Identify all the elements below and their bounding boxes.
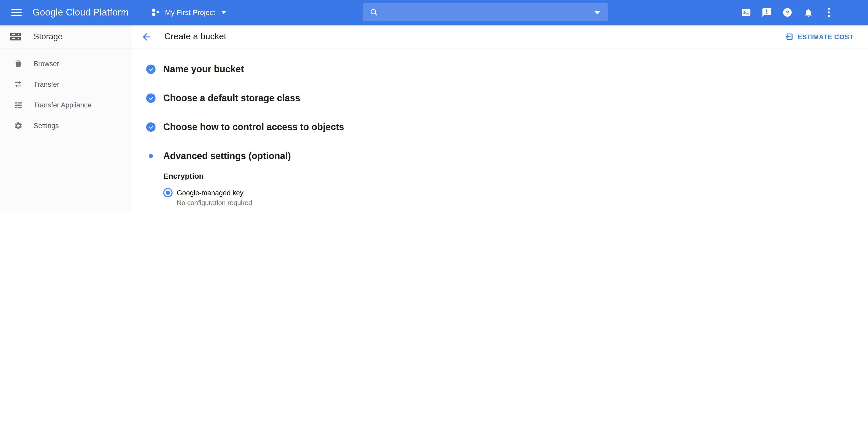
radio-google-managed-key[interactable]: Google-managed key xyxy=(163,188,868,197)
step-access-control[interactable]: Choose how to control access to objects xyxy=(146,121,868,133)
sidebar-item-label: Settings xyxy=(34,122,59,129)
step-label: Choose a default storage class xyxy=(163,93,300,103)
storage-icon xyxy=(9,30,22,43)
notifications-bell-icon[interactable] xyxy=(803,7,813,18)
step-label: Advanced settings (optional) xyxy=(163,151,291,161)
page-title: Create a bucket xyxy=(164,32,226,42)
project-name: My First Project xyxy=(165,8,215,17)
project-switcher[interactable]: My First Project xyxy=(151,7,226,18)
search-bar[interactable] xyxy=(363,3,608,21)
chevron-down-icon xyxy=(221,11,226,14)
sidebar-item-browser[interactable]: Browser xyxy=(0,53,132,74)
sidebar-item-transfer-appliance[interactable]: Transfer Appliance xyxy=(0,95,132,115)
create-bucket-form: Name your bucket Choose a default storag… xyxy=(132,49,868,211)
search-icon xyxy=(370,8,378,16)
svg-text:?: ? xyxy=(785,9,789,16)
cloud-shell-icon[interactable] xyxy=(741,7,751,18)
cost-estimator-icon xyxy=(784,32,793,41)
step-complete-check-icon xyxy=(146,94,156,103)
search-input[interactable] xyxy=(378,8,608,16)
sidebar-item-label: Transfer Appliance xyxy=(34,101,91,109)
help-icon[interactable]: ? xyxy=(782,7,793,18)
sidebar-item-transfer[interactable]: Transfer xyxy=(0,74,132,95)
step-connector xyxy=(151,80,151,87)
sidebar-item-settings[interactable]: Settings xyxy=(0,115,132,136)
back-arrow-icon[interactable] xyxy=(141,31,152,42)
estimate-cost-button[interactable]: ESTIMATE COST xyxy=(784,32,854,41)
current-step-dot-icon xyxy=(146,154,156,158)
step-label: Name your bucket xyxy=(163,64,244,75)
main-panel: Create a bucket ESTIMATE COST Name your … xyxy=(132,25,868,211)
transfer-appliance-icon xyxy=(13,100,23,109)
transfer-arrows-icon xyxy=(13,79,23,89)
sidebar-header: Storage xyxy=(0,25,132,49)
step-connector xyxy=(151,109,151,116)
menu-icon[interactable] xyxy=(11,9,22,16)
sidebar: Storage Browser Transfer Transfer Applia… xyxy=(0,25,132,211)
step-label: Choose how to control access to objects xyxy=(163,122,344,132)
gcp-logo[interactable]: Google Cloud Platform xyxy=(33,7,129,18)
sidebar-title: Storage xyxy=(34,32,63,41)
sidebar-item-label: Transfer xyxy=(34,80,59,88)
topbar-actions: ? xyxy=(741,0,868,25)
step-complete-check-icon xyxy=(146,122,156,132)
more-vert-icon[interactable] xyxy=(824,7,834,18)
feedback-icon[interactable] xyxy=(762,7,772,18)
search-dropdown-caret-icon[interactable] xyxy=(594,11,600,14)
advanced-settings-section: Encryption Google-managed key No configu… xyxy=(163,171,868,211)
step-storage-class[interactable]: Choose a default storage class xyxy=(146,92,868,104)
step-name-your-bucket[interactable]: Name your bucket xyxy=(146,63,868,75)
topbar: Google Cloud Platform My First Project xyxy=(0,0,868,25)
step-advanced-settings[interactable]: Advanced settings (optional) xyxy=(146,150,868,162)
bucket-icon xyxy=(13,59,23,68)
gcp-console: Google Cloud Platform My First Project xyxy=(0,0,868,211)
sidebar-nav: Browser Transfer Transfer Appliance Sett… xyxy=(0,49,132,136)
encryption-heading: Encryption xyxy=(163,171,868,180)
project-hexagons-icon xyxy=(151,7,160,18)
avatar[interactable] xyxy=(841,4,857,21)
step-connector xyxy=(151,138,151,145)
page-header: Create a bucket ESTIMATE COST xyxy=(132,25,868,49)
radio-label[interactable]: Google-managed key xyxy=(177,189,243,197)
radio-icon[interactable] xyxy=(163,188,173,197)
radio-description: No configuration required xyxy=(177,199,868,206)
step-complete-check-icon xyxy=(146,65,156,74)
estimate-cost-label: ESTIMATE COST xyxy=(798,33,854,40)
gear-icon xyxy=(13,121,23,130)
sidebar-item-label: Browser xyxy=(34,60,59,67)
